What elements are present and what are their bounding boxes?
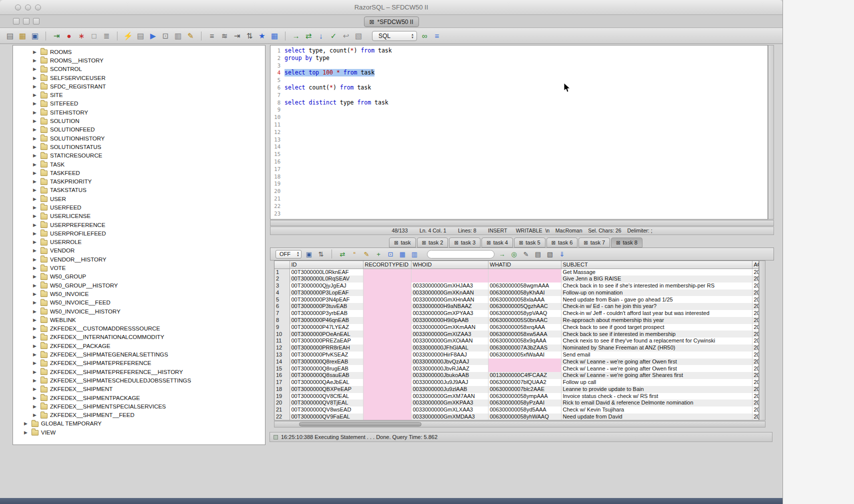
editor-line[interactable]: 22 (270, 202, 768, 210)
table-cell[interactable]: 0033000000GmXHnAAN (411, 296, 488, 303)
tree-item[interactable]: ▶TASKSTATUS (13, 186, 265, 194)
table-cell[interactable] (363, 338, 411, 344)
table-cell[interactable] (363, 358, 411, 366)
disclosure-triangle-icon[interactable]: ▶ (33, 396, 38, 400)
disclosure-triangle-icon[interactable]: ▶ (33, 326, 38, 331)
close-tab-icon[interactable]: ⊠ (519, 240, 523, 246)
table-cell[interactable]: Check w/ Leanne - we're going after Owen… (561, 358, 752, 366)
table-cell[interactable] (363, 372, 411, 379)
table-cell[interactable]: Nominated by Shane Freeman at ANZ (HR50) (561, 344, 752, 352)
table-cell[interactable]: Give Jenn a BIG RAISE (561, 276, 752, 282)
tree-item[interactable]: ▶USERLICENSE (13, 212, 265, 220)
table-row[interactable]: 1800T3000000QBXPeEAP0033000000Ju9zlAAB00… (274, 386, 759, 393)
table-cell[interactable]: 00T3000000QjyJgEAJ (290, 282, 363, 290)
disclosure-triangle-icon[interactable]: ▶ (33, 412, 38, 418)
disclosure-triangle-icon[interactable]: ▶ (33, 344, 38, 348)
table-cell[interactable] (363, 365, 411, 372)
tree-item[interactable]: ▶USERFEED (13, 203, 265, 212)
table-cell[interactable]: 0033000000GmXLXAA3 (411, 406, 488, 414)
table-cell[interactable]: 006300000058xrqAAA (488, 324, 561, 331)
table-cell[interactable]: 00T3000000QV9FaEAL (290, 414, 363, 420)
editor-line[interactable]: 9 (270, 106, 768, 114)
disclosure-triangle-icon[interactable]: ▶ (33, 136, 38, 141)
table-cell[interactable] (363, 406, 411, 414)
execute-script-icon[interactable]: ▤ (136, 31, 146, 41)
disclosure-triangle-icon[interactable]: ▶ (33, 309, 38, 314)
table-cell[interactable] (488, 358, 561, 366)
column-header[interactable]: RECORDTYPEID (363, 261, 411, 268)
editor-line[interactable]: 20 (270, 188, 768, 195)
disclosure-triangle-icon[interactable]: ▶ (33, 153, 38, 158)
table-cell[interactable]: 006300000058yd5AAA (488, 406, 561, 414)
disclosure-triangle-icon[interactable]: ▶ (33, 370, 38, 374)
tree-item[interactable]: ▶ZKFEDEX__SHIPMATEPREFERENCE__HISTORY (13, 368, 265, 376)
table-row[interactable]: 400T3000000P3LopEAF0033000000GmXKnAAN006… (274, 290, 759, 296)
table-cell[interactable] (363, 330, 411, 338)
list-tabs-icon[interactable] (33, 18, 40, 24)
new-tab-icon[interactable] (13, 18, 20, 24)
table-cell[interactable]: 200 (752, 365, 759, 372)
editor-line[interactable]: 14 (270, 143, 768, 150)
table-row[interactable]: 1400T3000000Q8rexEAB0033000000JbvQzAAJCh… (274, 358, 759, 366)
table-cell[interactable]: 0033000000JbvQzAAJ (411, 358, 488, 366)
table-cell[interactable]: 00630000005xfWaAAI (488, 352, 561, 358)
table-view-icon[interactable]: ▦ (270, 31, 280, 41)
table-cell[interactable]: 00630000007blc2AAE (488, 386, 561, 393)
table-cell[interactable]: 200 (752, 276, 759, 282)
table-cell[interactable]: 0033000000JbvRJAAZ (411, 365, 488, 372)
table-cell[interactable]: 00T3000000Q8sauEAB (290, 372, 363, 379)
paste-icon[interactable]: ▥ (173, 31, 183, 41)
table-cell[interactable]: 00T3000000L0RknEAF (290, 268, 363, 276)
table-cell[interactable]: 00T3000000P3LopEAF (290, 290, 363, 296)
table-cell[interactable]: Check-in w/ Jeff - couldn't afford last … (561, 310, 752, 317)
table-row[interactable]: 2200T3000000QV9FaEAL0033000000GmXMDAA300… (274, 414, 759, 420)
table-cell[interactable]: Invoice status check - check w/ RS first (561, 393, 752, 400)
editor-line[interactable]: 1select type, count(*) from task (270, 47, 768, 54)
editor-line[interactable]: 2group by type (270, 54, 768, 62)
table-cell[interactable]: 200 (752, 268, 759, 276)
table-row[interactable]: 2000T3000000QV8TjEAL0033000000GmXKPAA300… (274, 400, 759, 406)
table-cell[interactable]: 0033000000Ju9J9AAJ (411, 379, 488, 386)
new-connection-icon[interactable]: ∗ (76, 31, 86, 41)
disclosure-triangle-icon[interactable]: ▶ (33, 257, 38, 262)
editor-line[interactable]: 6select count(*) from task (270, 84, 768, 92)
table-cell[interactable]: 200 (752, 296, 759, 303)
disclosure-triangle-icon[interactable]: ▶ (33, 58, 38, 63)
table-row[interactable]: 2100T3000000QV8wsEAD0033000000GmXLXAA300… (274, 406, 759, 414)
save-icon[interactable]: ▣ (30, 31, 40, 41)
table-cell[interactable]: 200 (752, 303, 759, 310)
result-tab[interactable]: ⊠task 3 (449, 238, 480, 248)
table-cell[interactable]: 006300000058ympAAA (488, 393, 561, 400)
table-cell[interactable]: 00630000007blQUAA2 (488, 379, 561, 386)
editor-line[interactable]: 11 (270, 121, 768, 128)
editor-line[interactable]: 5 (270, 76, 768, 84)
disclosure-triangle-icon[interactable]: ▶ (33, 248, 38, 253)
favorites-icon[interactable]: ★ (257, 31, 267, 41)
table-row[interactable]: 1700T3000000QAeJbEAL0033000000Ju9J9AAJ00… (274, 379, 759, 386)
table-cell[interactable]: 00T3000000POeAnEAL (290, 330, 363, 338)
table-cell[interactable]: 006300000058yhWAAQ (488, 414, 561, 420)
table-cell[interactable]: 200 (752, 414, 759, 420)
table-cell[interactable] (411, 268, 488, 276)
table-cell[interactable]: Check back in to see if she's interested… (561, 282, 752, 290)
tree-item[interactable]: ▶ZKFEDEX__SHIPMENTPACKAGE (13, 394, 265, 402)
format-sql-icon[interactable]: ≡ (207, 31, 217, 41)
sort-icon[interactable]: ⇅ (244, 31, 254, 41)
table-cell[interactable]: 006300000058yKhAAI (488, 290, 561, 296)
close-tab-icon[interactable]: ⊠ (486, 240, 490, 246)
table-cell[interactable]: 0033000000HirF8AAJ (411, 352, 488, 358)
table-cell[interactable]: Follow-up on nomination (561, 290, 752, 296)
disclosure-triangle-icon[interactable]: ▶ (33, 386, 38, 392)
table-cell[interactable]: 00T3000000Q8rugEAB (290, 365, 363, 372)
disclosure-triangle-icon[interactable]: ▶ (33, 214, 38, 218)
database-tree-panel[interactable]: ▶ROOMS▶ROOMS__HISTORY▶SCONTROL▶SELFSERVI… (12, 45, 266, 445)
tree-item[interactable]: ▶TASK (13, 160, 265, 168)
table-cell[interactable]: 006300000058ypVAAQ (488, 310, 561, 317)
column-header[interactable]: SUBJECT (561, 261, 752, 268)
edit-results-icon[interactable]: ✎ (522, 250, 530, 258)
table-cell[interactable]: 200 (752, 324, 759, 331)
table-cell[interactable]: 00T3000000QAeJbEAL (290, 379, 363, 386)
sql-editor[interactable]: 1select type, count(*) from task2group b… (270, 45, 768, 220)
table-cell[interactable]: 0033000000H9i0pAAB (411, 317, 488, 324)
close-tab-icon[interactable]: ⊠ (552, 240, 556, 246)
